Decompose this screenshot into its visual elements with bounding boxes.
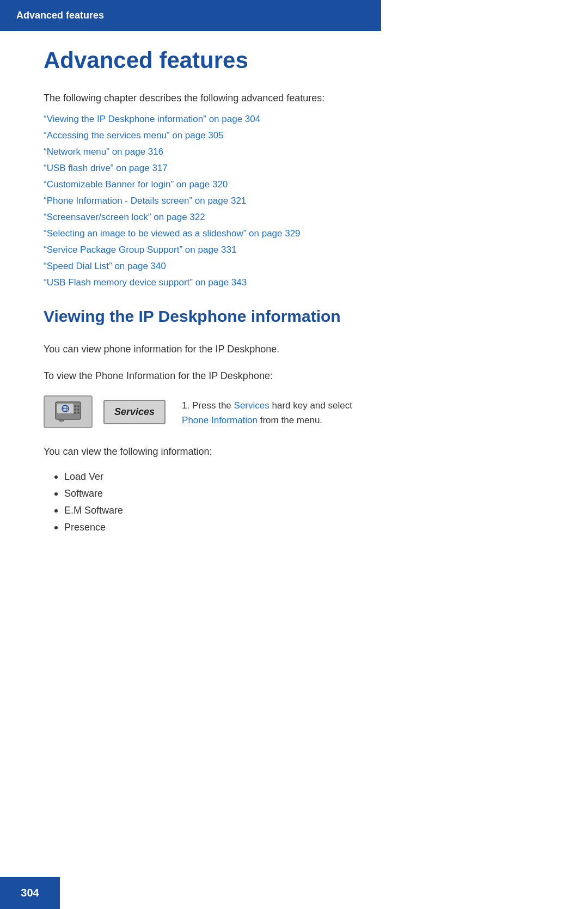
- toc-link-1[interactable]: “Viewing the IP Deskphone information” o…: [44, 114, 260, 124]
- svg-point-5: [77, 405, 79, 407]
- list-item: “Network menu” on page 316: [44, 147, 544, 157]
- list-item: “USB Flash memory device support” on pag…: [44, 277, 544, 288]
- step1-services-link[interactable]: Services: [234, 400, 270, 411]
- step1-suffix: from the menu.: [260, 415, 322, 425]
- toc-link-6[interactable]: “Phone Information - Details screen” on …: [44, 196, 246, 206]
- list-item: “Viewing the IP Deskphone information” o…: [44, 114, 544, 125]
- svg-point-4: [74, 412, 76, 414]
- svg-point-6: [77, 408, 79, 411]
- step-number: 1.: [182, 400, 189, 411]
- svg-point-2: [74, 405, 76, 407]
- bullet-list: Load Ver Software E.M Software Presence: [54, 471, 544, 533]
- svg-point-7: [77, 412, 79, 414]
- main-content: Advanced features The following chapter …: [0, 47, 588, 582]
- step1-middle: hard key and select: [272, 400, 352, 411]
- bullet-item-4: Presence: [64, 522, 106, 533]
- section-para1: You can view phone information for the I…: [44, 342, 544, 357]
- list-item: “Service Package Group Support” on page …: [44, 245, 544, 255]
- list-item: E.M Software: [54, 505, 544, 516]
- bullet-dot: [54, 526, 58, 529]
- section-title: Viewing the IP Deskphone information: [44, 307, 544, 326]
- view-info-text: You can view the following information:: [44, 444, 544, 459]
- top-banner: Advanced features: [0, 0, 381, 31]
- toc-link-3[interactable]: “Network menu” on page 316: [44, 147, 163, 157]
- page-number-box: 304: [0, 877, 60, 909]
- toc-link-11[interactable]: “USB Flash memory device support” on pag…: [44, 277, 247, 288]
- bullet-item-3: E.M Software: [64, 505, 123, 516]
- bullet-item-2: Software: [64, 488, 103, 499]
- toc-link-4[interactable]: “USB flash drive” on page 317: [44, 163, 168, 173]
- services-button[interactable]: Services: [103, 400, 166, 424]
- list-item: “USB flash drive” on page 317: [44, 163, 544, 174]
- list-item: “Customizable Banner for login” on page …: [44, 179, 544, 190]
- icon-area: Services: [44, 395, 166, 428]
- page-number: 304: [21, 887, 39, 899]
- list-item: “Phone Information - Details screen” on …: [44, 196, 544, 206]
- toc-link-2[interactable]: “Accessing the services menu” on page 30…: [44, 130, 224, 141]
- bullet-dot: [54, 509, 58, 513]
- step1-prefix: Press the: [192, 400, 234, 411]
- list-item: Presence: [54, 522, 544, 533]
- intro-text: The following chapter describes the foll…: [44, 93, 544, 104]
- list-item: Load Ver: [54, 471, 544, 483]
- toc-link-9[interactable]: “Service Package Group Support” on page …: [44, 245, 236, 255]
- list-item: Software: [54, 488, 544, 499]
- page-title: Advanced features: [44, 47, 544, 74]
- section-para2: To view the Phone Information for the IP…: [44, 369, 544, 383]
- toc-list: “Viewing the IP Deskphone information” o…: [44, 114, 544, 288]
- instruction-row: Services 1. Press the Services hard key …: [44, 395, 544, 428]
- bullet-dot: [54, 492, 58, 496]
- list-item: “Selecting an image to be viewed as a sl…: [44, 228, 544, 239]
- phone-icon: [54, 401, 82, 423]
- banner-text: Advanced features: [16, 10, 104, 21]
- toc-link-7[interactable]: “Screensaver/screen lock” on page 322: [44, 212, 205, 222]
- list-item: “Speed Dial List” on page 340: [44, 261, 544, 272]
- toc-link-10[interactable]: “Speed Dial List” on page 340: [44, 261, 166, 271]
- phone-icon-box: [44, 395, 93, 428]
- step-text: 1. Press the Services hard key and selec…: [182, 395, 352, 428]
- list-item: “Screensaver/screen lock” on page 322: [44, 212, 544, 223]
- bullet-item-1: Load Ver: [64, 471, 103, 483]
- svg-point-3: [74, 408, 76, 411]
- list-item: “Accessing the services menu” on page 30…: [44, 130, 544, 141]
- toc-link-5[interactable]: “Customizable Banner for login” on page …: [44, 179, 228, 190]
- step1-phone-info-link[interactable]: Phone Information: [182, 415, 258, 425]
- bullet-dot: [54, 475, 58, 479]
- toc-link-8[interactable]: “Selecting an image to be viewed as a sl…: [44, 228, 301, 239]
